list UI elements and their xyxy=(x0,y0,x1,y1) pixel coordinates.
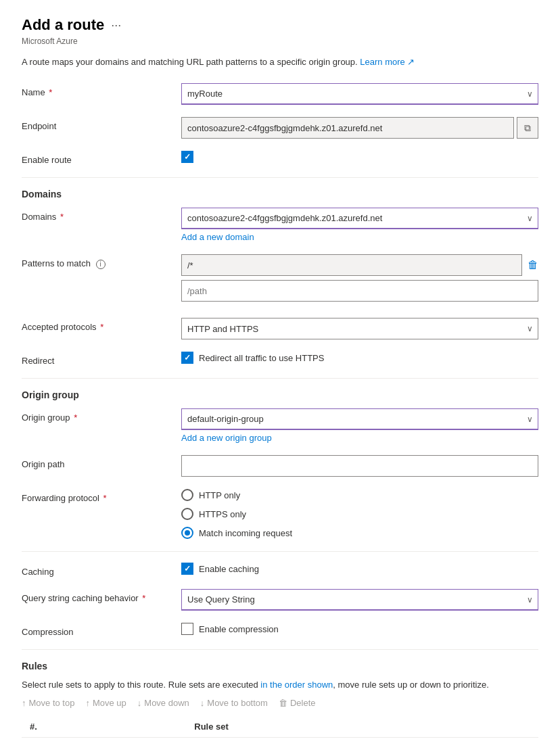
endpoint-label: Endpoint xyxy=(22,117,170,131)
query-string-select[interactable]: Use Query String Ignore Query String Ign… xyxy=(181,589,538,611)
compression-control: Enable compression xyxy=(181,623,538,635)
forwarding-https-only-label: HTTPS only xyxy=(199,509,246,519)
forwarding-https-only[interactable]: HTTPS only xyxy=(181,508,538,520)
origin-group-required: * xyxy=(72,412,78,423)
accepted-protocols-label: Accepted protocols * xyxy=(22,318,170,332)
query-string-row: Query string caching behavior * Use Quer… xyxy=(22,589,538,611)
enable-route-checkbox[interactable] xyxy=(181,151,193,163)
patterns-label: Patterns to match i xyxy=(22,254,170,269)
pattern-input-2[interactable] xyxy=(181,280,538,302)
rules-section: Rules Select rule sets to apply to this … xyxy=(22,661,538,738)
origin-path-input[interactable] xyxy=(181,455,538,477)
move-to-top-icon: ↑ xyxy=(22,698,26,708)
add-domain-link[interactable]: Add a new domain xyxy=(181,232,254,242)
move-to-top-label: Move to top xyxy=(29,698,75,708)
enable-route-row: Enable route xyxy=(22,151,538,165)
protocols-select[interactable]: HTTP and HTTPS xyxy=(181,318,538,339)
forwarding-http-only-radio[interactable] xyxy=(181,489,193,501)
redirect-checkbox[interactable] xyxy=(181,352,193,364)
origin-group-select-wrapper: default-origin-group ∨ xyxy=(181,408,538,430)
redirect-checkbox-label: Redirect all traffic to use HTTPS xyxy=(199,353,324,363)
compression-checkbox[interactable] xyxy=(181,623,193,635)
move-to-bottom-button: ↓ Move to bottom xyxy=(200,698,268,708)
protocols-required: * xyxy=(98,322,104,332)
patterns-info-icon[interactable]: i xyxy=(96,260,106,269)
name-control: ∨ xyxy=(181,83,538,105)
name-label: Name * xyxy=(22,83,170,97)
add-origin-group-link[interactable]: Add a new origin group xyxy=(181,433,272,443)
pattern-row-1: 🗑 xyxy=(181,254,538,276)
redirect-label: Redirect xyxy=(22,352,170,366)
rules-table-header-row: #. Rule set xyxy=(22,716,538,738)
forwarding-protocol-label: Forwarding protocol * xyxy=(22,489,170,503)
rules-toolbar: ↑ Move to top ↑ Move up ↓ Move down ↓ Mo… xyxy=(22,698,538,708)
divider-2 xyxy=(22,378,538,379)
page-title: Add a route xyxy=(22,16,104,34)
origin-group-select[interactable]: default-origin-group xyxy=(181,408,538,430)
forwarding-http-only[interactable]: HTTP only xyxy=(181,489,538,501)
protocols-select-wrapper: HTTP and HTTPS ∨ xyxy=(181,318,538,339)
compression-checkbox-label: Enable compression xyxy=(199,624,279,634)
move-to-top-button: ↑ Move to top xyxy=(22,698,74,708)
move-up-icon: ↑ xyxy=(85,698,90,708)
query-string-label: Query string caching behavior * xyxy=(22,589,170,603)
caching-checkbox[interactable] xyxy=(181,563,193,575)
required-indicator: * xyxy=(47,87,53,97)
pattern-input-1 xyxy=(181,254,522,276)
forwarding-match-incoming-radio[interactable] xyxy=(181,527,193,539)
caching-control: Enable caching xyxy=(181,563,538,575)
copy-icon[interactable]: ⧉ xyxy=(517,117,538,139)
delete-label: Delete xyxy=(290,698,316,708)
endpoint-control: ⧉ xyxy=(181,117,538,139)
page-description: A route maps your domains and matching U… xyxy=(22,57,538,67)
page-subtitle: Microsoft Azure xyxy=(22,37,538,46)
enable-route-checkbox-wrapper[interactable] xyxy=(181,151,538,163)
caching-row: Caching Enable caching xyxy=(22,563,538,577)
rules-section-header: Rules xyxy=(22,661,538,671)
endpoint-row: Endpoint ⧉ xyxy=(22,117,538,139)
forwarding-https-only-radio[interactable] xyxy=(181,508,193,520)
delete-pattern-icon[interactable]: 🗑 xyxy=(528,259,538,271)
redirect-checkbox-wrapper[interactable]: Redirect all traffic to use HTTPS xyxy=(181,352,538,364)
name-input[interactable] xyxy=(181,83,538,105)
domains-select[interactable]: contosoazure2-c4fggsfbgjgmdehk.z01.azure… xyxy=(181,208,538,229)
delete-icon: 🗑 xyxy=(279,698,287,708)
name-select-wrapper: ∨ xyxy=(181,83,538,105)
divider-4 xyxy=(22,649,538,650)
move-down-icon: ↓ xyxy=(137,698,142,708)
compression-checkbox-wrapper[interactable]: Enable compression xyxy=(181,623,538,635)
domains-row: Domains * contosoazure2-c4fggsfbgjgmdehk… xyxy=(22,208,538,242)
origin-path-label: Origin path xyxy=(22,455,170,469)
domains-control: contosoazure2-c4fggsfbgjgmdehk.z01.azure… xyxy=(181,208,538,242)
more-options-icon[interactable]: ··· xyxy=(111,18,121,32)
rules-table: #. Rule set xyxy=(22,716,538,738)
forwarding-match-incoming[interactable]: Match incoming request xyxy=(181,527,538,539)
domains-select-wrapper: contosoazure2-c4fggsfbgjgmdehk.z01.azure… xyxy=(181,208,538,229)
learn-more-link[interactable]: Learn more ↗ xyxy=(360,57,415,67)
move-to-bottom-icon: ↓ xyxy=(200,698,205,708)
forwarding-protocol-row: Forwarding protocol * HTTP only HTTPS on… xyxy=(22,489,538,539)
endpoint-input xyxy=(181,117,514,139)
rules-table-header: #. Rule set xyxy=(22,716,538,738)
name-row: Name * ∨ xyxy=(22,83,538,105)
move-up-button: ↑ Move up xyxy=(85,698,126,708)
page-header: Add a route ··· xyxy=(22,16,538,34)
query-string-control: Use Query String Ignore Query String Ign… xyxy=(181,589,538,611)
caching-checkbox-wrapper[interactable]: Enable caching xyxy=(181,563,538,575)
caching-label: Caching xyxy=(22,563,170,577)
compression-row: Compression Enable compression xyxy=(22,623,538,637)
patterns-row: Patterns to match i 🗑 xyxy=(22,254,538,306)
move-to-bottom-label: Move to bottom xyxy=(207,698,268,708)
fwd-required: * xyxy=(101,493,107,503)
description-text: A route maps your domains and matching U… xyxy=(22,57,358,67)
compression-label: Compression xyxy=(22,623,170,637)
origin-group-control: default-origin-group ∨ Add a new origin … xyxy=(181,408,538,443)
divider-1 xyxy=(22,177,538,178)
forwarding-http-only-label: HTTP only xyxy=(199,490,240,500)
rules-description: Select rule sets to apply to this route.… xyxy=(22,680,538,690)
pattern-row-2 xyxy=(181,280,538,302)
rules-description-blue: in the order shown xyxy=(260,680,333,690)
origin-group-section-header: Origin group xyxy=(22,389,538,400)
endpoint-wrapper: ⧉ xyxy=(181,117,538,139)
domains-required: * xyxy=(57,212,64,222)
